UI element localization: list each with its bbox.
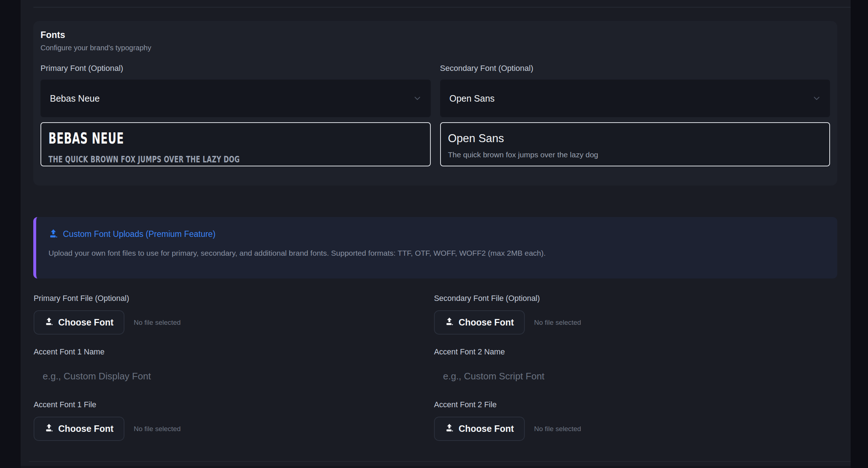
upload-form-left-column: Primary Font File (Optional) Choose Font… — [34, 294, 434, 441]
accent-font-2-file-row: Choose Font No file selected — [434, 417, 834, 441]
page-root: { "colors": { "accent_violet": "#8b5cf6"… — [0, 0, 868, 468]
primary-font-select-value: Bebas Neue — [50, 93, 100, 104]
font-columns: Primary Font (Optional) Bebas Neue BEBAS… — [41, 64, 830, 166]
upload-icon — [445, 317, 454, 328]
primary-font-select[interactable]: Bebas Neue — [41, 80, 431, 117]
secondary-font-select[interactable]: Open Sans — [440, 80, 830, 117]
secondary-font-file-label: Secondary Font File (Optional) — [434, 294, 834, 303]
bottom-divider — [29, 461, 851, 462]
banner-title: Custom Font Uploads (Premium Feature) — [63, 229, 216, 239]
no-file-selected-text: No file selected — [134, 425, 181, 433]
accent-2-choose-font-button[interactable]: Choose Font — [434, 417, 525, 441]
right-edge-strip — [851, 0, 868, 468]
banner-title-row: Custom Font Uploads (Premium Feature) — [48, 229, 823, 240]
upload-icon — [445, 423, 454, 434]
fonts-card: Fonts Configure your brand's typography … — [33, 21, 837, 186]
banner-description: Upload your own font files to use for pr… — [48, 248, 823, 258]
choose-font-button-label: Choose Font — [459, 424, 514, 434]
chevron-down-icon — [812, 94, 821, 103]
accent-font-1-file-label: Accent Font 1 File — [34, 400, 434, 409]
no-file-selected-text: No file selected — [534, 319, 581, 327]
upload-icon — [44, 423, 54, 434]
choose-font-button-label: Choose Font — [58, 317, 114, 328]
primary-preview-sentence: THE QUICK BROWN FOX JUMPS OVER THE LAZY … — [48, 155, 240, 164]
fonts-card-subtitle: Configure your brand's typography — [41, 44, 830, 52]
accent-1-choose-font-button[interactable]: Choose Font — [34, 417, 124, 441]
no-file-selected-text: No file selected — [134, 319, 181, 327]
secondary-font-column: Secondary Font (Optional) Open Sans Open… — [440, 64, 830, 166]
choose-font-button-label: Choose Font — [58, 424, 114, 434]
secondary-font-file-row: Choose Font No file selected — [434, 310, 834, 335]
premium-feature-banner: Custom Font Uploads (Premium Feature) Up… — [33, 217, 837, 278]
choose-font-button-label: Choose Font — [459, 317, 514, 328]
left-edge-strip — [0, 0, 21, 468]
secondary-choose-font-button[interactable]: Choose Font — [434, 310, 525, 335]
bottom-edge-band — [0, 466, 868, 468]
upload-form-right-column: Secondary Font File (Optional) Choose Fo… — [434, 294, 834, 441]
secondary-preview-name: Open Sans — [448, 132, 822, 145]
secondary-font-preview: Open Sans The quick brown fox jumps over… — [440, 122, 830, 166]
secondary-preview-sentence: The quick brown fox jumps over the lazy … — [448, 150, 822, 159]
upload-icon — [48, 229, 58, 240]
accent-font-2-name-label: Accent Font 2 Name — [434, 347, 834, 357]
font-upload-form: Primary Font File (Optional) Choose Font… — [34, 294, 834, 441]
top-divider — [33, 7, 851, 8]
primary-font-column: Primary Font (Optional) Bebas Neue BEBAS… — [41, 64, 431, 166]
secondary-font-select-value: Open Sans — [450, 93, 495, 104]
fonts-card-title: Fonts — [41, 30, 830, 40]
primary-choose-font-button[interactable]: Choose Font — [34, 310, 124, 335]
accent-font-1-name-label: Accent Font 1 Name — [34, 347, 434, 357]
chevron-down-icon — [413, 94, 422, 103]
primary-font-file-label: Primary Font File (Optional) — [34, 294, 434, 303]
accent-font-1-name-input[interactable] — [34, 361, 403, 391]
primary-font-file-row: Choose Font No file selected — [34, 310, 434, 335]
primary-font-label: Primary Font (Optional) — [41, 64, 431, 73]
accent-font-1-file-row: Choose Font No file selected — [34, 417, 434, 441]
accent-font-2-file-label: Accent Font 2 File — [434, 400, 834, 409]
secondary-font-label: Secondary Font (Optional) — [440, 64, 830, 73]
accent-font-2-name-input[interactable] — [434, 361, 803, 391]
no-file-selected-text: No file selected — [534, 425, 581, 433]
primary-preview-name: BEBAS NEUE — [48, 131, 124, 146]
primary-font-preview: BEBAS NEUE THE QUICK BROWN FOX JUMPS OVE… — [41, 122, 431, 166]
upload-icon — [44, 317, 54, 328]
